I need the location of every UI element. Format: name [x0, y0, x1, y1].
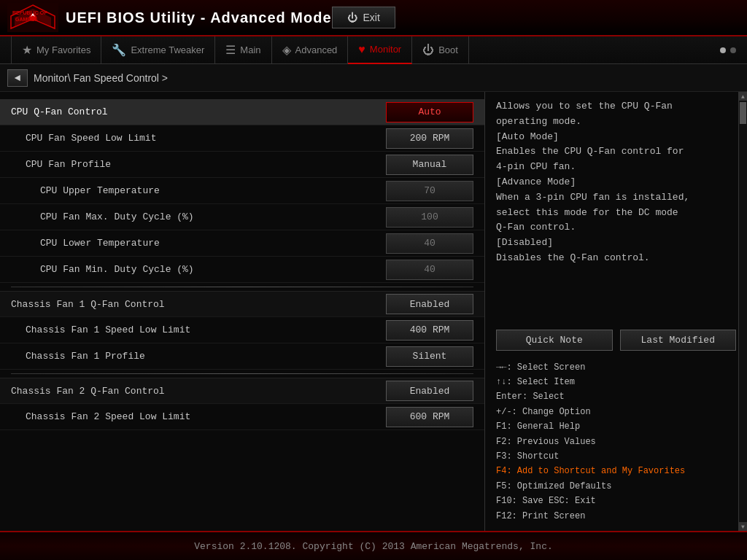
scroll-down-arrow[interactable]: ▼: [739, 522, 747, 531]
setting-value-cpu-lower-temp[interactable]: 40: [386, 233, 473, 254]
setting-label-chassis-fan1-profile: Chassis Fan 1 Profile: [26, 351, 386, 362]
nav-dots: [720, 47, 736, 53]
divider-2: [11, 373, 473, 374]
shortcuts-text: →←: Select Screen ↑↓: Select Item Enter:…: [496, 360, 736, 524]
setting-value-cpu-fan-max-duty[interactable]: 100: [386, 207, 473, 228]
setting-value-chassis-fan2-qfan[interactable]: Enabled: [386, 381, 473, 401]
breadcrumb-bar: ◄ Monitor\ Fan Speed Control >: [0, 64, 747, 92]
nav-boot[interactable]: ⏻ Boot: [412, 36, 469, 64]
footer-text: Version 2.10.1208. Copyright (C) 2013 Am…: [194, 541, 552, 552]
svg-text:REPUBLIC OF: REPUBLIC OF: [12, 10, 47, 15]
nav-dot-1: [720, 47, 726, 53]
info-panel: Allows you to set the CPU Q-Fan operatin…: [485, 92, 747, 531]
setting-label-cpu-fan-min-duty: CPU Fan Min. Duty Cycle (%): [40, 264, 386, 275]
shortcut-f10: F10: Save ESC: Exit: [496, 494, 736, 508]
star-icon: ★: [22, 43, 32, 57]
nav-extreme-tweaker[interactable]: 🔧 Extreme Tweaker: [101, 36, 215, 64]
last-modified-button[interactable]: Last Modified: [620, 330, 737, 351]
shortcut-enter: Enter: Select: [496, 389, 736, 404]
nav-advanced[interactable]: ◈ Advanced: [272, 36, 349, 64]
setting-value-chassis-fan1-profile[interactable]: Silent: [386, 346, 473, 367]
header-title: UEFI BIOS Utility - Advanced Mode: [66, 9, 332, 26]
setting-value-chassis-fan1-speed-limit[interactable]: 400 RPM: [386, 320, 473, 341]
setting-label-cpu-upper-temp: CPU Upper Temperature: [40, 185, 386, 196]
setting-label-chassis-fan1-speed-limit: Chassis Fan 1 Speed Low Limit: [26, 324, 386, 335]
main-content: CPU Q-Fan Control Auto CPU Fan Speed Low…: [0, 92, 747, 531]
shortcut-f2: F2: Previous Values: [496, 435, 736, 449]
quick-note-button[interactable]: Quick Note: [496, 330, 613, 351]
setting-value-cpu-fan-min-duty[interactable]: 40: [386, 260, 473, 280]
nav-boot-label: Boot: [438, 44, 458, 55]
nav-bar: ★ My Favorites 🔧 Extreme Tweaker ☰ Main …: [0, 36, 747, 64]
action-buttons: Quick Note Last Modified: [496, 330, 736, 351]
settings-panel[interactable]: CPU Q-Fan Control Auto CPU Fan Speed Low…: [0, 92, 485, 531]
setting-cpu-fan-min-duty[interactable]: CPU Fan Min. Duty Cycle (%) 40: [0, 257, 484, 283]
nav-monitor-label: Monitor: [370, 44, 401, 55]
logo-area: REPUBLIC OF GAMERS UEFI BIOS Utility - A…: [7, 3, 332, 32]
boot-icon: ⏻: [422, 44, 434, 57]
setting-label-cpu-fan-speed-low-limit: CPU Fan Speed Low Limit: [26, 133, 386, 144]
nav-advanced-label: Advanced: [295, 44, 338, 55]
power-icon: ⏻: [347, 12, 357, 23]
tweaker-icon: 🔧: [112, 43, 126, 57]
setting-label-chassis-fan2-speed-limit: Chassis Fan 2 Speed Low Limit: [26, 411, 386, 422]
setting-cpu-qfan-control[interactable]: CPU Q-Fan Control Auto: [0, 99, 484, 125]
footer: Version 2.10.1208. Copyright (C) 2013 Am…: [0, 531, 747, 560]
scroll-indicator[interactable]: ▲ ▼: [738, 92, 747, 531]
nav-main-label: Main: [240, 44, 260, 55]
setting-cpu-fan-speed-low-limit[interactable]: CPU Fan Speed Low Limit 200 RPM: [0, 125, 484, 152]
setting-value-cpu-qfan-control[interactable]: Auto: [386, 102, 473, 122]
scroll-up-arrow[interactable]: ▲: [739, 92, 747, 101]
nav-dot-2: [730, 47, 736, 53]
header: REPUBLIC OF GAMERS UEFI BIOS Utility - A…: [0, 0, 747, 36]
setting-value-cpu-upper-temp[interactable]: 70: [386, 181, 473, 201]
back-button[interactable]: ◄: [7, 69, 28, 87]
shortcut-f12: F12: Print Screen: [496, 509, 736, 524]
rog-logo: REPUBLIC OF GAMERS: [7, 3, 58, 32]
breadcrumb: Monitor\ Fan Speed Control >: [34, 72, 168, 84]
main-icon: ☰: [225, 43, 236, 57]
setting-label-chassis-fan1-qfan: Chassis Fan 1 Q-Fan Control: [11, 299, 386, 310]
setting-chassis-fan1-qfan[interactable]: Chassis Fan 1 Q-Fan Control Enabled: [0, 291, 484, 317]
setting-cpu-lower-temp[interactable]: CPU Lower Temperature 40: [0, 230, 484, 257]
shortcut-f5: F5: Optimized Defaults: [496, 479, 736, 494]
setting-label-cpu-qfan-control: CPU Q-Fan Control: [11, 106, 386, 117]
setting-label-cpu-fan-max-duty: CPU Fan Max. Duty Cycle (%): [40, 211, 386, 222]
nav-favorites-label: My Favorites: [36, 44, 90, 55]
nav-main[interactable]: ☰ Main: [215, 36, 271, 64]
nav-monitor[interactable]: ♥ Monitor: [348, 36, 412, 64]
shortcut-select-screen: →←: Select Screen: [496, 360, 736, 375]
setting-label-cpu-lower-temp: CPU Lower Temperature: [40, 238, 386, 249]
exit-label: Exit: [363, 12, 380, 23]
setting-cpu-fan-profile[interactable]: CPU Fan Profile Manual: [0, 152, 484, 178]
nav-extreme-tweaker-label: Extreme Tweaker: [131, 44, 204, 55]
monitor-icon: ♥: [358, 43, 365, 56]
setting-label-cpu-fan-profile: CPU Fan Profile: [26, 159, 386, 170]
setting-chassis-fan2-speed-limit[interactable]: Chassis Fan 2 Speed Low Limit 600 RPM: [0, 404, 484, 430]
setting-value-chassis-fan1-qfan[interactable]: Enabled: [386, 294, 473, 314]
shortcut-select-item: ↑↓: Select Item: [496, 375, 736, 389]
shortcut-change-option: +/-: Change Option: [496, 405, 736, 419]
shortcut-f4: F4: Add to Shortcut and My Favorites: [496, 464, 736, 478]
shortcut-f1: F1: General Help: [496, 419, 736, 434]
shortcut-f3: F3: Shortcut: [496, 449, 736, 464]
divider-1: [11, 287, 473, 287]
setting-chassis-fan2-qfan[interactable]: Chassis Fan 2 Q-Fan Control Enabled: [0, 378, 484, 404]
setting-cpu-fan-max-duty[interactable]: CPU Fan Max. Duty Cycle (%) 100: [0, 204, 484, 230]
setting-chassis-fan1-profile[interactable]: Chassis Fan 1 Profile Silent: [0, 343, 484, 370]
exit-button[interactable]: ⏻ Exit: [332, 7, 395, 28]
advanced-icon: ◈: [282, 43, 291, 57]
setting-value-cpu-fan-profile[interactable]: Manual: [386, 155, 473, 175]
setting-chassis-fan1-speed-limit[interactable]: Chassis Fan 1 Speed Low Limit 400 RPM: [0, 317, 484, 343]
info-description: Allows you to set the CPU Q-Fan operatin…: [496, 99, 736, 324]
setting-value-chassis-fan2-speed-limit[interactable]: 600 RPM: [386, 407, 473, 427]
scroll-thumb: [740, 102, 746, 124]
setting-label-chassis-fan2-qfan: Chassis Fan 2 Q-Fan Control: [11, 386, 386, 397]
nav-favorites[interactable]: ★ My Favorites: [11, 36, 101, 64]
setting-cpu-upper-temp[interactable]: CPU Upper Temperature 70: [0, 178, 484, 204]
setting-value-cpu-fan-speed-low-limit[interactable]: 200 RPM: [386, 128, 473, 149]
